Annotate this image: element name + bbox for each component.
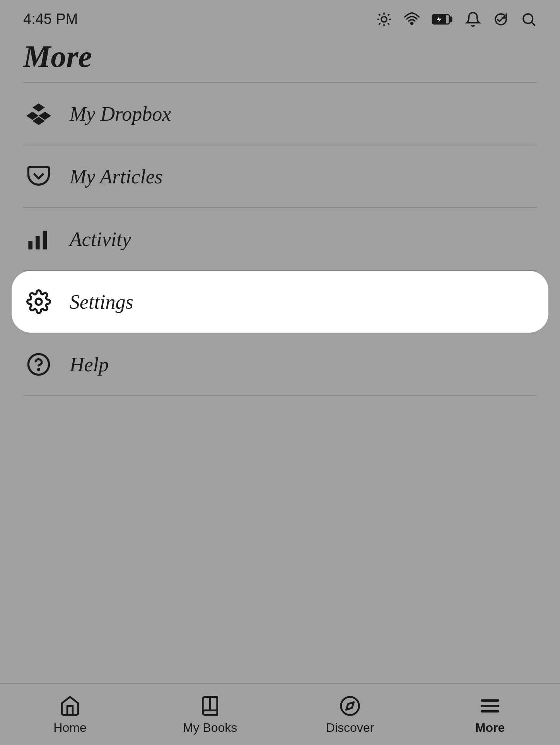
menu-list: My Dropbox My Articles Activity xyxy=(0,83,560,396)
page-header: More xyxy=(0,35,560,82)
menu-item-activity[interactable]: Activity xyxy=(0,208,560,270)
pocket-icon xyxy=(23,161,54,192)
books-icon xyxy=(198,694,222,718)
nav-label-more: More xyxy=(475,721,505,735)
page-title: More xyxy=(23,39,537,74)
svg-line-14 xyxy=(532,22,535,26)
menu-item-my-dropbox-label: My Dropbox xyxy=(70,103,171,125)
menu-item-my-articles-label: My Articles xyxy=(70,165,162,188)
svg-line-8 xyxy=(388,14,389,15)
nav-item-my-books[interactable]: My Books xyxy=(140,694,280,735)
menu-item-settings[interactable]: Settings xyxy=(12,271,548,333)
nav-label-my-books: My Books xyxy=(183,721,237,735)
menu-item-help[interactable]: Help xyxy=(0,333,560,395)
nav-label-discover: Discover xyxy=(326,721,374,735)
status-time: 4:45 PM xyxy=(23,11,78,27)
svg-rect-16 xyxy=(36,236,40,249)
menu-item-activity-label: Activity xyxy=(70,228,131,251)
svg-point-22 xyxy=(341,697,359,715)
nav-item-discover[interactable]: Discover xyxy=(280,694,420,735)
nav-item-home[interactable]: Home xyxy=(0,694,140,735)
svg-line-5 xyxy=(379,14,380,15)
wifi-icon xyxy=(404,11,420,27)
svg-line-7 xyxy=(379,23,380,24)
search-icon[interactable] xyxy=(521,11,537,27)
more-icon xyxy=(478,694,502,718)
svg-point-18 xyxy=(36,299,42,305)
menu-item-help-label: Help xyxy=(70,353,109,376)
settings-icon xyxy=(23,286,54,317)
status-icons xyxy=(376,11,537,27)
menu-item-my-articles[interactable]: My Articles xyxy=(0,145,560,207)
svg-rect-15 xyxy=(28,241,32,249)
status-bar: 4:45 PM xyxy=(0,0,560,35)
menu-item-my-dropbox[interactable]: My Dropbox xyxy=(0,83,560,145)
bottom-nav: Home My Books Discover xyxy=(0,683,560,745)
help-icon xyxy=(23,349,54,380)
svg-rect-11 xyxy=(449,17,452,22)
brightness-icon xyxy=(376,11,392,27)
home-icon xyxy=(58,694,82,718)
svg-line-6 xyxy=(388,23,389,24)
svg-point-9 xyxy=(411,22,413,24)
activity-icon xyxy=(23,224,54,255)
menu-item-settings-label: Settings xyxy=(70,290,133,313)
svg-point-0 xyxy=(381,17,387,22)
sync-icon xyxy=(493,11,509,27)
nav-label-home: Home xyxy=(53,721,86,735)
nav-item-more[interactable]: More xyxy=(420,694,560,735)
svg-point-13 xyxy=(523,14,533,24)
discover-icon xyxy=(338,694,362,718)
svg-rect-17 xyxy=(43,231,47,249)
notification-icon xyxy=(465,11,481,27)
battery-icon xyxy=(432,12,453,26)
svg-marker-23 xyxy=(346,702,354,710)
dropbox-icon xyxy=(23,98,54,129)
divider-5 xyxy=(23,395,537,396)
